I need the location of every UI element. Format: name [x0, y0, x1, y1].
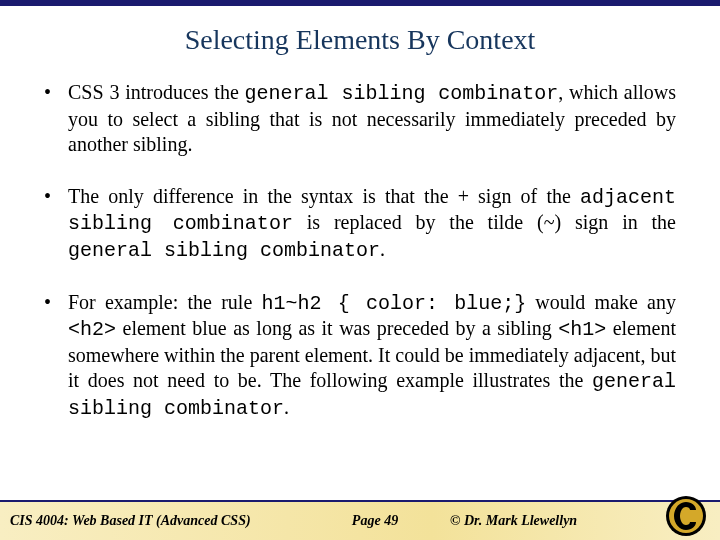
text-run: would make any — [526, 291, 676, 313]
text-run: CSS 3 introduces the — [68, 81, 245, 103]
slide-title: Selecting Elements By Context — [0, 24, 720, 56]
code-run: general sibling combinator — [68, 239, 380, 262]
code-run: <h1> — [558, 318, 606, 341]
text-run: For example: the rule — [68, 291, 261, 313]
ucf-logo-icon — [664, 494, 708, 538]
slide-footer: CIS 4004: Web Based IT (Advanced CSS) Pa… — [0, 500, 720, 540]
text-run: The only difference in the syntax is tha… — [68, 185, 580, 207]
footer-copyright: © Dr. Mark Llewellyn — [450, 513, 620, 529]
bullet-item: The only difference in the syntax is tha… — [44, 184, 676, 264]
code-run: <h2> — [68, 318, 116, 341]
top-accent-bar — [0, 0, 720, 6]
text-run: is replaced by the tilde (~) sign in the — [293, 211, 676, 233]
footer-course: CIS 4004: Web Based IT (Advanced CSS) — [0, 513, 300, 529]
code-run: h1~h2 { color: blue;} — [261, 292, 526, 315]
text-run: . — [380, 238, 385, 260]
bullet-item: CSS 3 introduces the general sibling com… — [44, 80, 676, 158]
text-run: element blue as long as it was preceded … — [116, 317, 558, 339]
slide-content: CSS 3 introduces the general sibling com… — [0, 80, 720, 422]
bullet-list: CSS 3 introduces the general sibling com… — [44, 80, 676, 422]
code-run: general sibling combinator — [245, 82, 559, 105]
text-run: . — [284, 396, 289, 418]
bullet-item: For example: the rule h1~h2 { color: blu… — [44, 290, 676, 422]
footer-page-number: Page 49 — [300, 513, 450, 529]
